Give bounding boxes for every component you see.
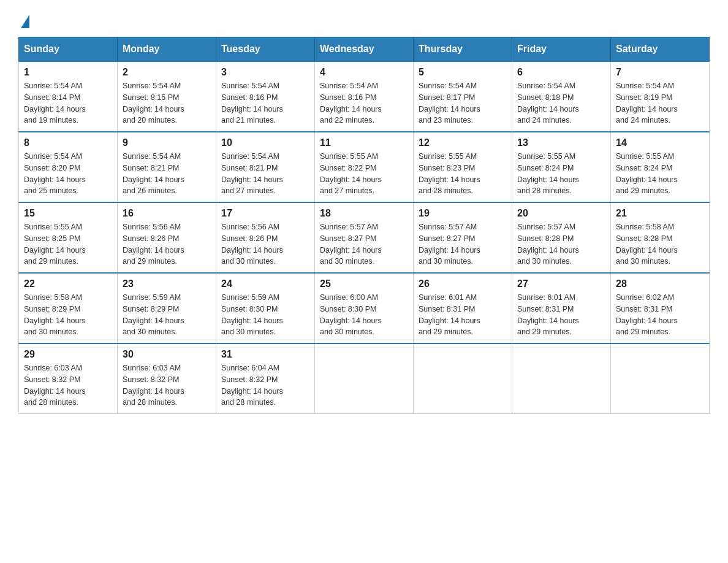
day-info: Sunrise: 6:00 AMSunset: 8:30 PMDaylight:…	[320, 293, 382, 336]
calendar-cell	[414, 343, 512, 414]
logo-triangle-icon	[21, 15, 29, 28]
day-number: 12	[419, 137, 507, 148]
calendar-cell: 19 Sunrise: 5:57 AMSunset: 8:27 PMDaylig…	[414, 202, 512, 273]
day-info: Sunrise: 6:01 AMSunset: 8:31 PMDaylight:…	[517, 293, 579, 336]
day-number: 7	[616, 67, 704, 78]
calendar-week-row: 8 Sunrise: 5:54 AMSunset: 8:20 PMDayligh…	[19, 132, 710, 202]
day-number: 26	[419, 278, 507, 289]
day-info: Sunrise: 5:58 AMSunset: 8:28 PMDaylight:…	[616, 223, 678, 266]
calendar-cell: 20 Sunrise: 5:57 AMSunset: 8:28 PMDaylig…	[512, 202, 611, 273]
day-info: Sunrise: 5:54 AMSunset: 8:20 PMDaylight:…	[24, 152, 86, 195]
day-number: 9	[123, 137, 211, 148]
day-info: Sunrise: 6:01 AMSunset: 8:31 PMDaylight:…	[419, 293, 480, 336]
calendar-cell: 2 Sunrise: 5:54 AMSunset: 8:15 PMDayligh…	[118, 61, 216, 132]
calendar-cell: 26 Sunrise: 6:01 AMSunset: 8:31 PMDaylig…	[414, 273, 512, 343]
calendar-header-row: SundayMondayTuesdayWednesdayThursdayFrid…	[19, 37, 710, 62]
day-number: 25	[320, 278, 408, 289]
day-number: 1	[24, 67, 112, 78]
day-info: Sunrise: 5:59 AMSunset: 8:29 PMDaylight:…	[123, 293, 184, 336]
day-info: Sunrise: 5:55 AMSunset: 8:23 PMDaylight:…	[419, 152, 480, 195]
day-info: Sunrise: 5:54 AMSunset: 8:15 PMDaylight:…	[123, 82, 184, 124]
calendar-cell: 24 Sunrise: 5:59 AMSunset: 8:30 PMDaylig…	[216, 273, 315, 343]
calendar-cell: 9 Sunrise: 5:54 AMSunset: 8:21 PMDayligh…	[118, 132, 216, 202]
calendar-cell: 23 Sunrise: 5:59 AMSunset: 8:29 PMDaylig…	[118, 273, 216, 343]
calendar-cell: 27 Sunrise: 6:01 AMSunset: 8:31 PMDaylig…	[512, 273, 611, 343]
calendar-cell: 17 Sunrise: 5:56 AMSunset: 8:26 PMDaylig…	[216, 202, 315, 273]
day-info: Sunrise: 5:56 AMSunset: 8:26 PMDaylight:…	[221, 223, 283, 266]
day-header-monday: Monday	[118, 37, 216, 62]
calendar-cell: 13 Sunrise: 5:55 AMSunset: 8:24 PMDaylig…	[512, 132, 611, 202]
calendar-cell: 28 Sunrise: 6:02 AMSunset: 8:31 PMDaylig…	[611, 273, 710, 343]
day-info: Sunrise: 5:55 AMSunset: 8:22 PMDaylight:…	[320, 152, 382, 195]
day-info: Sunrise: 5:57 AMSunset: 8:28 PMDaylight:…	[517, 223, 579, 266]
calendar-cell	[315, 343, 414, 414]
calendar-cell: 15 Sunrise: 5:55 AMSunset: 8:25 PMDaylig…	[19, 202, 118, 273]
day-header-friday: Friday	[512, 37, 611, 62]
day-number: 29	[24, 349, 112, 360]
day-number: 14	[616, 137, 704, 148]
day-info: Sunrise: 5:54 AMSunset: 8:21 PMDaylight:…	[123, 152, 184, 195]
day-number: 18	[320, 208, 408, 219]
calendar-cell: 4 Sunrise: 5:54 AMSunset: 8:16 PMDayligh…	[315, 61, 414, 132]
calendar-cell: 30 Sunrise: 6:03 AMSunset: 8:32 PMDaylig…	[118, 343, 216, 414]
calendar-cell: 6 Sunrise: 5:54 AMSunset: 8:18 PMDayligh…	[512, 61, 611, 132]
day-number: 6	[517, 67, 605, 78]
day-info: Sunrise: 5:54 AMSunset: 8:14 PMDaylight:…	[24, 82, 86, 124]
day-info: Sunrise: 6:03 AMSunset: 8:32 PMDaylight:…	[123, 364, 184, 407]
day-info: Sunrise: 6:04 AMSunset: 8:32 PMDaylight:…	[221, 364, 283, 407]
day-number: 13	[517, 137, 605, 148]
day-number: 23	[123, 278, 211, 289]
day-number: 4	[320, 67, 408, 78]
calendar-cell	[512, 343, 611, 414]
day-number: 24	[221, 278, 309, 289]
day-number: 31	[221, 349, 309, 360]
calendar-table: SundayMondayTuesdayWednesdayThursdayFrid…	[18, 37, 710, 414]
day-info: Sunrise: 5:54 AMSunset: 8:16 PMDaylight:…	[221, 82, 283, 124]
day-header-wednesday: Wednesday	[315, 37, 414, 62]
calendar-cell: 11 Sunrise: 5:55 AMSunset: 8:22 PMDaylig…	[315, 132, 414, 202]
day-number: 17	[221, 208, 309, 219]
day-number: 11	[320, 137, 408, 148]
day-info: Sunrise: 5:57 AMSunset: 8:27 PMDaylight:…	[320, 223, 382, 266]
calendar-cell: 31 Sunrise: 6:04 AMSunset: 8:32 PMDaylig…	[216, 343, 315, 414]
day-info: Sunrise: 5:54 AMSunset: 8:16 PMDaylight:…	[320, 82, 382, 124]
day-number: 19	[419, 208, 507, 219]
day-info: Sunrise: 5:54 AMSunset: 8:17 PMDaylight:…	[419, 82, 480, 124]
day-header-saturday: Saturday	[611, 37, 710, 62]
calendar-week-row: 29 Sunrise: 6:03 AMSunset: 8:32 PMDaylig…	[19, 343, 710, 414]
day-number: 22	[24, 278, 112, 289]
day-info: Sunrise: 5:54 AMSunset: 8:19 PMDaylight:…	[616, 82, 678, 124]
day-info: Sunrise: 5:59 AMSunset: 8:30 PMDaylight:…	[221, 293, 283, 336]
day-number: 27	[517, 278, 605, 289]
day-number: 15	[24, 208, 112, 219]
day-number: 30	[123, 349, 211, 360]
logo	[18, 12, 37, 26]
day-number: 8	[24, 137, 112, 148]
day-number: 3	[221, 67, 309, 78]
day-info: Sunrise: 6:02 AMSunset: 8:31 PMDaylight:…	[616, 293, 678, 336]
day-number: 16	[123, 208, 211, 219]
day-number: 21	[616, 208, 704, 219]
day-info: Sunrise: 5:57 AMSunset: 8:27 PMDaylight:…	[419, 223, 480, 266]
day-info: Sunrise: 5:54 AMSunset: 8:18 PMDaylight:…	[517, 82, 579, 124]
calendar-cell: 18 Sunrise: 5:57 AMSunset: 8:27 PMDaylig…	[315, 202, 414, 273]
day-number: 20	[517, 208, 605, 219]
calendar-cell: 29 Sunrise: 6:03 AMSunset: 8:32 PMDaylig…	[19, 343, 118, 414]
page-header	[18, 12, 710, 26]
calendar-week-row: 15 Sunrise: 5:55 AMSunset: 8:25 PMDaylig…	[19, 202, 710, 273]
day-number: 28	[616, 278, 704, 289]
calendar-cell: 1 Sunrise: 5:54 AMSunset: 8:14 PMDayligh…	[19, 61, 118, 132]
calendar-cell: 25 Sunrise: 6:00 AMSunset: 8:30 PMDaylig…	[315, 273, 414, 343]
day-info: Sunrise: 5:55 AMSunset: 8:24 PMDaylight:…	[616, 152, 678, 195]
calendar-cell: 12 Sunrise: 5:55 AMSunset: 8:23 PMDaylig…	[414, 132, 512, 202]
day-header-sunday: Sunday	[19, 37, 118, 62]
calendar-cell: 22 Sunrise: 5:58 AMSunset: 8:29 PMDaylig…	[19, 273, 118, 343]
day-info: Sunrise: 5:56 AMSunset: 8:26 PMDaylight:…	[123, 223, 184, 266]
day-header-tuesday: Tuesday	[216, 37, 315, 62]
calendar-cell: 10 Sunrise: 5:54 AMSunset: 8:21 PMDaylig…	[216, 132, 315, 202]
calendar-cell: 8 Sunrise: 5:54 AMSunset: 8:20 PMDayligh…	[19, 132, 118, 202]
calendar-cell	[611, 343, 710, 414]
day-info: Sunrise: 6:03 AMSunset: 8:32 PMDaylight:…	[24, 364, 86, 407]
calendar-cell: 21 Sunrise: 5:58 AMSunset: 8:28 PMDaylig…	[611, 202, 710, 273]
calendar-cell: 14 Sunrise: 5:55 AMSunset: 8:24 PMDaylig…	[611, 132, 710, 202]
